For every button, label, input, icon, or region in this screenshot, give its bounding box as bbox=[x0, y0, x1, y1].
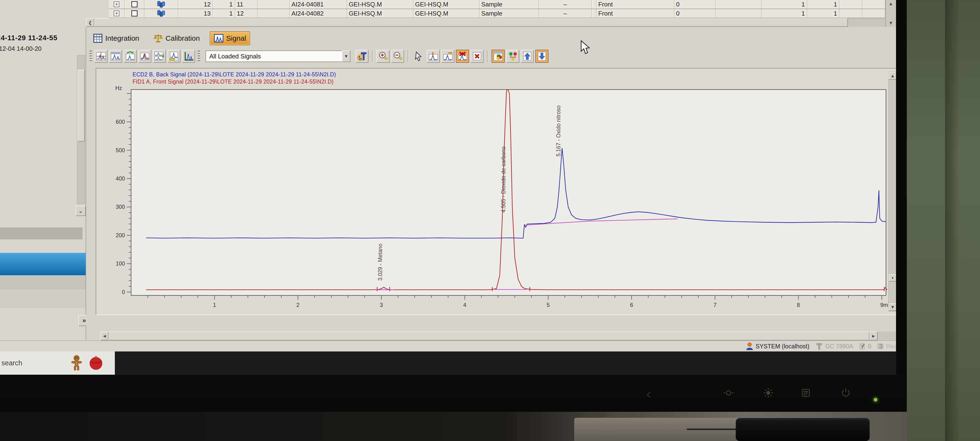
line-number-cell: 13 bbox=[178, 9, 213, 18]
empty-cell bbox=[592, 0, 597, 9]
signal-window-icon[interactable] bbox=[109, 50, 122, 63]
peak-end-icon[interactable] bbox=[441, 50, 454, 63]
expand-icon[interactable]: + bbox=[114, 11, 119, 16]
next-signal-icon[interactable] bbox=[535, 50, 548, 63]
scroll-down-icon[interactable]: ▼ bbox=[889, 20, 893, 26]
scroll-right-icon[interactable]: ► bbox=[869, 332, 878, 340]
axis-scale-dropdown-icon[interactable]: ▾ bbox=[889, 274, 896, 281]
location-cell: 12 bbox=[235, 9, 258, 18]
status-bar: SYSTEM (localhost) GC 7890A 0 Read bbox=[0, 340, 896, 352]
scroll-up-icon[interactable]: ▲ bbox=[889, 72, 896, 80]
delete-peak-icon[interactable] bbox=[456, 50, 469, 63]
vial-cell: 1 bbox=[213, 9, 235, 18]
scrollbar-thumb[interactable] bbox=[78, 70, 85, 142]
overlay-signals-icon[interactable] bbox=[138, 50, 151, 63]
tab-integration[interactable]: Integration bbox=[89, 31, 143, 45]
svg-text:5: 5 bbox=[547, 302, 550, 308]
table-horizontal-scrollbar[interactable]: ❮ bbox=[86, 18, 885, 27]
annotation-layout-icon[interactable] bbox=[506, 50, 519, 63]
bezel-brightness-icon[interactable] bbox=[763, 387, 774, 398]
svg-text:3: 3 bbox=[380, 302, 383, 308]
sequence-folder-label[interactable]: 24-11-29 11-24-55 bbox=[0, 34, 57, 42]
table-vertical-scrollbar[interactable]: ▲ ▼ bbox=[885, 0, 896, 27]
sequence-folder-label-2[interactable]: 12-04 14-00-20 bbox=[0, 45, 41, 53]
photo-scene: + 12 1 11 AI24-04081 GEI-HSQ.M GEI-HSQ.M… bbox=[0, 0, 980, 441]
svg-text:Hz: Hz bbox=[115, 85, 122, 91]
full-scale-icon[interactable] bbox=[182, 50, 195, 63]
scroll-left-icon[interactable]: ❮ bbox=[86, 18, 94, 27]
checkbox-cell[interactable] bbox=[125, 9, 145, 18]
panel-list-item[interactable] bbox=[0, 276, 86, 290]
annotate-text-icon[interactable] bbox=[356, 50, 369, 63]
taskbar-search[interactable]: search bbox=[0, 352, 115, 375]
panel-list-item[interactable] bbox=[0, 290, 86, 308]
bezel-menu-icon[interactable] bbox=[800, 387, 811, 398]
pointer-icon[interactable] bbox=[412, 50, 425, 63]
scroll-down-icon[interactable]: ▼ bbox=[889, 304, 896, 311]
compare-windows-icon[interactable] bbox=[153, 50, 166, 63]
vial-icon-cell bbox=[144, 0, 178, 9]
toolbar-grip[interactable] bbox=[197, 51, 200, 62]
method-cell: GEI-HSQ.M bbox=[347, 9, 413, 18]
chart-horizontal-scrollbar[interactable]: ◄ ► bbox=[100, 332, 896, 340]
sample-name-cell: AI24-04082 bbox=[290, 9, 347, 18]
chevron-down-icon[interactable]: ⌄ bbox=[76, 206, 86, 216]
count-cell: 1 bbox=[807, 9, 839, 18]
table-row[interactable]: + 12 1 11 AI24-04081 GEI-HSQ.M GEI-HSQ.M… bbox=[109, 0, 885, 9]
zoom-in-icon[interactable] bbox=[377, 50, 390, 63]
empty-cell bbox=[862, 0, 885, 9]
bezel-contrast-icon[interactable] bbox=[723, 387, 734, 398]
previous-signal-icon[interactable] bbox=[521, 50, 534, 63]
signal-crosshair-icon[interactable] bbox=[94, 50, 107, 63]
chevron-down-icon[interactable]: ▼ bbox=[342, 51, 350, 62]
scrollbar-thumb[interactable] bbox=[94, 18, 848, 27]
bezel-power-icon[interactable] bbox=[840, 387, 851, 398]
checkbox-cell[interactable] bbox=[125, 0, 145, 9]
empty-cell bbox=[592, 9, 597, 18]
signal-header-ecd: ECD2 B, Back Signal (2024-11-29\LOTE 202… bbox=[132, 71, 336, 78]
volume-cell: 0 bbox=[674, 0, 716, 9]
tab-signal[interactable]: Signal bbox=[210, 31, 250, 45]
empty-cell bbox=[839, 9, 862, 18]
expand-cell[interactable]: + bbox=[109, 0, 125, 9]
navigation-panel: 24-11-29 11-24-55 12-04 14-00-20 ⌄ » bbox=[0, 27, 86, 340]
row-checkbox[interactable] bbox=[131, 1, 138, 7]
mode-tabbar: Integration Calibration bbox=[89, 31, 250, 45]
svg-text:7: 7 bbox=[713, 302, 717, 308]
signal-selector-value[interactable]: All Loaded Signals bbox=[205, 51, 342, 62]
panel-list-item-selected[interactable] bbox=[0, 253, 86, 275]
state-icon bbox=[877, 343, 884, 350]
bezel-back-icon[interactable] bbox=[645, 391, 653, 399]
level-cell: – bbox=[539, 0, 592, 9]
table-row[interactable]: + 13 1 12 AI24-04082 GEI-HSQ.M GEI-HSQ.M… bbox=[109, 9, 885, 18]
sample-type-cell: Sample bbox=[479, 9, 539, 18]
toolbar-grip[interactable] bbox=[89, 51, 92, 62]
scroll-up-icon[interactable]: ▲ bbox=[889, 1, 893, 6]
chromatogram-plot[interactable]: 0100200300400500600123456789minHz3.029 -… bbox=[100, 85, 896, 313]
panel-scrollbar[interactable] bbox=[77, 55, 85, 204]
signal-selector[interactable]: All Loaded Signals ▼ bbox=[205, 51, 350, 62]
edit-count-label: 0 bbox=[868, 343, 871, 350]
peak-start-icon[interactable] bbox=[427, 50, 440, 63]
injector-cell: Front bbox=[596, 0, 674, 9]
zoom-out-icon[interactable] bbox=[391, 50, 404, 63]
delete-all-peaks-icon[interactable] bbox=[471, 50, 484, 63]
empty-cell bbox=[258, 9, 290, 18]
tab-calibration[interactable]: Calibration bbox=[149, 31, 204, 45]
svg-text:5.167 - Oxido nitroso: 5.167 - Oxido nitroso bbox=[555, 105, 562, 157]
svg-text:3.029 - Metano: 3.029 - Metano bbox=[377, 244, 383, 281]
expand-cell[interactable]: + bbox=[109, 9, 125, 18]
power-cable bbox=[687, 428, 739, 430]
search-label[interactable]: search bbox=[2, 359, 22, 367]
annotation-colors-icon[interactable] bbox=[492, 50, 504, 63]
panel-list-item[interactable] bbox=[0, 227, 83, 240]
expand-icon[interactable]: + bbox=[114, 2, 119, 7]
empty-cell bbox=[839, 0, 862, 9]
row-checkbox[interactable] bbox=[131, 10, 138, 16]
scrollbar-thumb[interactable] bbox=[109, 332, 869, 340]
signal-scale-icon[interactable] bbox=[167, 50, 180, 63]
scroll-left-icon[interactable]: ◄ bbox=[100, 332, 109, 340]
copy-signal-icon[interactable] bbox=[124, 50, 137, 63]
monitor-right-bezel bbox=[896, 0, 907, 412]
volume-cell: 0 bbox=[674, 9, 716, 18]
